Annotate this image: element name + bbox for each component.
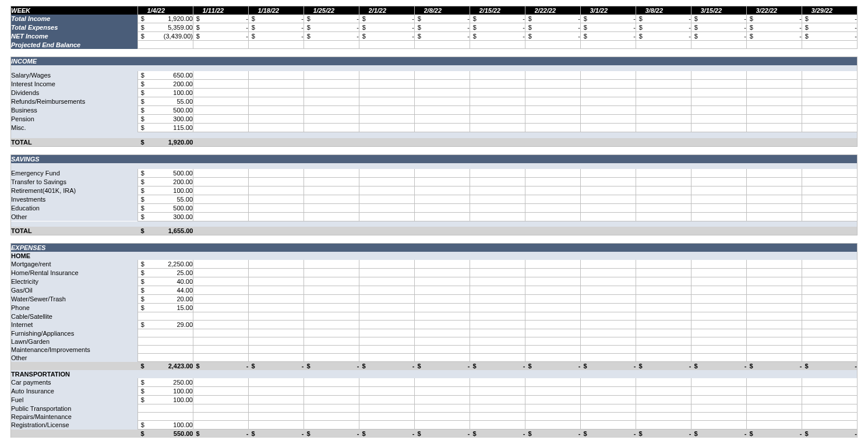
- amount-cell[interactable]: [479, 97, 525, 106]
- amount-cell[interactable]: [479, 124, 525, 132]
- amount-cell[interactable]: [424, 97, 470, 106]
- amount-cell[interactable]: [590, 124, 636, 132]
- summary-cell[interactable]: (3,439.00): [147, 32, 193, 41]
- amount-cell[interactable]: [535, 195, 581, 203]
- amount-cell[interactable]: [313, 80, 359, 89]
- amount-cell[interactable]: [756, 396, 802, 404]
- amount-cell[interactable]: [701, 354, 747, 362]
- line-label[interactable]: Maintenance/Improvements: [11, 346, 138, 354]
- amount-cell[interactable]: [369, 106, 415, 115]
- amount-cell[interactable]: [369, 277, 415, 286]
- amount-cell[interactable]: [258, 186, 304, 195]
- amount-cell[interactable]: [756, 413, 802, 421]
- amount-cell[interactable]: [535, 115, 581, 124]
- summary-cell[interactable]: -: [424, 32, 470, 41]
- summary-cell[interactable]: -: [479, 32, 525, 41]
- amount-cell[interactable]: [701, 329, 747, 337]
- amount-cell[interactable]: [479, 186, 525, 195]
- amount-cell[interactable]: [479, 378, 525, 387]
- amount-cell[interactable]: [313, 354, 359, 362]
- amount-cell[interactable]: [645, 312, 691, 321]
- amount-cell[interactable]: [590, 312, 636, 321]
- amount-cell[interactable]: [424, 312, 470, 321]
- amount-cell[interactable]: [645, 177, 691, 186]
- amount-cell[interactable]: [811, 387, 858, 396]
- amount-cell[interactable]: [479, 413, 525, 421]
- amount-cell[interactable]: [590, 277, 636, 286]
- amount-cell[interactable]: [203, 89, 249, 97]
- amount-cell[interactable]: [590, 177, 636, 186]
- amount-cell[interactable]: [203, 203, 249, 212]
- amount-cell[interactable]: [756, 286, 802, 295]
- amount-cell[interactable]: [424, 269, 470, 277]
- amount-cell[interactable]: [203, 269, 249, 277]
- amount-cell[interactable]: [590, 321, 636, 329]
- amount-cell[interactable]: [424, 304, 470, 312]
- amount-cell[interactable]: [258, 115, 304, 124]
- amount-cell[interactable]: [811, 115, 858, 124]
- amount-cell[interactable]: [313, 177, 359, 186]
- amount-cell[interactable]: [203, 295, 249, 304]
- amount-cell[interactable]: [203, 277, 249, 286]
- amount-cell[interactable]: [811, 203, 858, 212]
- amount-cell[interactable]: [535, 378, 581, 387]
- amount-cell[interactable]: [258, 337, 304, 346]
- amount-cell[interactable]: [424, 186, 470, 195]
- amount-cell[interactable]: 650.00: [147, 71, 193, 80]
- amount-cell[interactable]: [479, 404, 525, 413]
- amount-cell[interactable]: [811, 186, 858, 195]
- amount-cell[interactable]: [701, 212, 747, 221]
- amount-cell[interactable]: [313, 124, 359, 132]
- summary-cell[interactable]: -: [313, 23, 359, 32]
- line-label[interactable]: Other: [11, 212, 138, 221]
- amount-cell[interactable]: [258, 212, 304, 221]
- line-label[interactable]: Car payments: [11, 378, 138, 387]
- amount-cell[interactable]: [645, 203, 691, 212]
- amount-cell[interactable]: [258, 295, 304, 304]
- amount-cell[interactable]: [424, 71, 470, 80]
- amount-cell[interactable]: 55.00: [147, 195, 193, 203]
- amount-cell[interactable]: [756, 354, 802, 362]
- amount-cell[interactable]: [479, 71, 525, 80]
- amount-cell[interactable]: [756, 321, 802, 329]
- amount-cell[interactable]: [369, 89, 415, 97]
- amount-cell[interactable]: [369, 387, 415, 396]
- amount-cell[interactable]: [535, 203, 581, 212]
- amount-cell[interactable]: [369, 186, 415, 195]
- amount-cell[interactable]: [313, 396, 359, 404]
- amount-cell[interactable]: [258, 421, 304, 430]
- summary-cell[interactable]: -: [535, 23, 581, 32]
- amount-cell[interactable]: [479, 312, 525, 321]
- amount-cell[interactable]: [203, 346, 249, 354]
- amount-cell[interactable]: [479, 277, 525, 286]
- amount-cell[interactable]: [203, 396, 249, 404]
- summary-cell[interactable]: [645, 41, 691, 49]
- amount-cell[interactable]: [590, 413, 636, 421]
- amount-cell[interactable]: [258, 304, 304, 312]
- amount-cell[interactable]: [424, 177, 470, 186]
- amount-cell[interactable]: [203, 354, 249, 362]
- amount-cell[interactable]: [645, 169, 691, 178]
- amount-cell[interactable]: [479, 421, 525, 430]
- amount-cell[interactable]: [313, 212, 359, 221]
- amount-cell[interactable]: [756, 195, 802, 203]
- amount-cell[interactable]: [701, 387, 747, 396]
- amount-cell[interactable]: [424, 346, 470, 354]
- amount-cell[interactable]: [645, 337, 691, 346]
- amount-cell[interactable]: [203, 387, 249, 396]
- line-label[interactable]: Interest Income: [11, 80, 138, 89]
- amount-cell[interactable]: [258, 277, 304, 286]
- amount-cell[interactable]: [756, 421, 802, 430]
- amount-cell[interactable]: [811, 329, 858, 337]
- amount-cell[interactable]: [258, 106, 304, 115]
- amount-cell[interactable]: [424, 337, 470, 346]
- amount-cell[interactable]: [424, 260, 470, 269]
- line-label[interactable]: Retirement(401K, IRA): [11, 186, 138, 195]
- amount-cell[interactable]: 100.00: [147, 387, 193, 396]
- amount-cell[interactable]: [313, 106, 359, 115]
- amount-cell[interactable]: [811, 260, 858, 269]
- amount-cell[interactable]: [701, 378, 747, 387]
- amount-cell[interactable]: [147, 413, 193, 421]
- amount-cell[interactable]: [369, 304, 415, 312]
- amount-cell[interactable]: [424, 80, 470, 89]
